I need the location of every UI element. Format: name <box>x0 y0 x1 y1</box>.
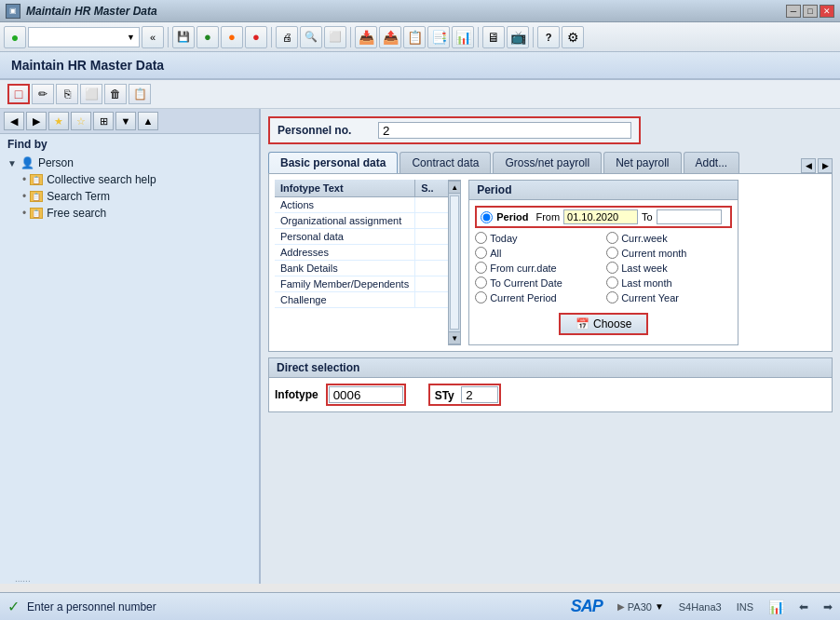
choose-button[interactable]: 📅 Choose <box>559 313 648 335</box>
tab-contract-data[interactable]: Contract data <box>400 152 491 173</box>
shortcut-btn1[interactable]: ● <box>196 26 219 48</box>
sty-input[interactable] <box>461 386 498 403</box>
from-curr-date-label: From curr.date <box>490 263 557 274</box>
sidebar-item-collective-search[interactable]: • 📋 Collective search help <box>0 171 259 188</box>
nav-hist-btn[interactable]: ⊞ <box>93 112 114 130</box>
infotype-input[interactable] <box>329 386 403 403</box>
bullet-icon-3: • <box>22 207 26 220</box>
print-icon[interactable]: 🖨 <box>276 26 298 48</box>
scroll-track[interactable] <box>450 195 459 330</box>
sty-ds-field: STy <box>428 384 501 406</box>
tab-scroll-right[interactable]: ▶ <box>818 158 833 173</box>
sidebar-item-search-term[interactable]: • 📋 Search Term <box>0 188 259 205</box>
scroll-up-btn[interactable]: ▲ <box>448 181 461 194</box>
green-circle-icon[interactable]: ● <box>4 26 26 48</box>
nav-back-icon[interactable]: « <box>142 26 164 48</box>
settings-icon[interactable]: ⚙ <box>562 26 584 48</box>
maximize-button[interactable]: □ <box>803 5 818 18</box>
current-year-radio[interactable] <box>606 291 618 303</box>
nav-btn4[interactable]: 📑 <box>427 26 450 48</box>
last-week-radio[interactable] <box>606 262 618 274</box>
from-date-input[interactable] <box>563 209 638 224</box>
nav-star-btn[interactable]: ☆ <box>71 112 91 130</box>
radio-current-month[interactable]: Current month <box>606 247 732 259</box>
s-cell <box>415 197 448 212</box>
close-button[interactable]: ✕ <box>820 5 834 18</box>
find-next-icon[interactable]: ⬜ <box>324 26 346 48</box>
monitor-icon[interactable]: 🖥 <box>482 26 505 48</box>
tab-addt[interactable]: Addt... <box>684 152 740 173</box>
table-row[interactable]: Family Member/Dependents <box>275 276 448 292</box>
radio-current-period[interactable]: Current Period <box>475 291 601 303</box>
overview-btn[interactable]: 📋 <box>129 84 151 104</box>
command-dropdown[interactable]: ▼ <box>28 27 140 47</box>
tab-scroll-left[interactable]: ◀ <box>801 158 816 173</box>
to-current-date-radio[interactable] <box>475 276 487 289</box>
today-radio[interactable] <box>475 232 487 244</box>
nav-up-btn[interactable]: ▲ <box>138 112 158 130</box>
nav-btn2[interactable]: 📤 <box>379 26 401 48</box>
scroll-down-btn[interactable]: ▼ <box>448 331 461 344</box>
dropdown-icon[interactable]: ▼ <box>655 601 664 612</box>
from-curr-date-radio[interactable] <box>475 262 487 274</box>
radio-curr-week[interactable]: Curr.week <box>606 232 732 244</box>
delete-btn[interactable]: 🗑 <box>104 84 127 104</box>
table-row[interactable]: Organizational assignment <box>275 213 448 229</box>
period-radio[interactable] <box>481 211 493 223</box>
table-scrollbar[interactable]: ▲ ▼ <box>448 180 461 345</box>
nav-btn3[interactable]: 📋 <box>403 26 426 48</box>
radio-current-year[interactable]: Current Year <box>606 291 732 303</box>
shortcut-btn3[interactable]: ● <box>245 26 267 48</box>
table-row[interactable]: Actions <box>275 197 448 213</box>
tree-person-item[interactable]: ▼ 👤 Person <box>0 155 259 171</box>
edit-btn[interactable]: ✏ <box>32 84 54 104</box>
radio-today[interactable]: Today <box>475 232 601 244</box>
play-icon: ▶ <box>617 601 625 612</box>
nav-btn1[interactable]: 📥 <box>355 26 377 48</box>
radio-last-month[interactable]: Last month <box>606 276 732 289</box>
radio-from-curr-date[interactable]: From curr.date <box>475 262 601 274</box>
table-row[interactable]: Challenge <box>275 292 448 308</box>
find-icon[interactable]: 🔍 <box>300 26 322 48</box>
radio-last-week[interactable]: Last week <box>606 262 732 274</box>
last-week-label: Last week <box>621 263 668 274</box>
tab-gross-net-payroll[interactable]: Gross/net payroll <box>493 152 602 173</box>
table-row[interactable]: Bank Details <box>275 261 448 276</box>
status-bar: ✓ Enter a personnel number SAP ▶ PA30 ▼ … <box>0 592 840 620</box>
last-month-label: Last month <box>621 277 671 289</box>
delimit-btn[interactable]: ⬜ <box>80 84 102 104</box>
radio-to-current-date[interactable]: To Current Date <box>475 276 601 289</box>
nav-right-btn[interactable]: ▶ <box>26 112 47 130</box>
personnel-no-input[interactable] <box>378 122 631 139</box>
tab-net-payroll[interactable]: Net payroll <box>603 152 681 173</box>
table-row[interactable]: Addresses <box>275 245 448 261</box>
shortcut-btn2[interactable]: ● <box>221 26 243 48</box>
current-month-radio[interactable] <box>606 247 618 259</box>
last-month-radio[interactable] <box>606 276 618 289</box>
current-period-radio[interactable] <box>475 291 487 303</box>
radio-all[interactable]: All <box>475 247 601 259</box>
question-icon[interactable]: ? <box>537 26 560 48</box>
nav-btn5[interactable]: 📊 <box>452 26 474 48</box>
monitor2-icon[interactable]: 📺 <box>507 26 529 48</box>
minimize-button[interactable]: ─ <box>786 5 801 18</box>
to-date-input[interactable] <box>657 209 722 224</box>
save-icon[interactable]: 💾 <box>172 26 195 48</box>
arrow-right-icon[interactable]: ➡ <box>823 600 833 613</box>
sap-logo: SAP <box>571 597 603 616</box>
nav-down-btn[interactable]: ▼ <box>115 112 136 130</box>
nav-left-btn[interactable]: ◀ <box>4 112 24 130</box>
table-row[interactable]: Personal data <box>275 229 448 245</box>
arrow-left-icon[interactable]: ⬅ <box>799 600 808 613</box>
sidebar-item-free-search[interactable]: • 📋 Free search <box>0 205 259 222</box>
all-radio[interactable] <box>475 247 487 259</box>
nav-fav-btn[interactable]: ★ <box>48 112 69 130</box>
personnel-no-label: Personnel no. <box>278 124 371 137</box>
curr-week-radio[interactable] <box>606 232 618 244</box>
copy-btn[interactable]: ⎘ <box>56 84 78 104</box>
to-current-date-label: To Current Date <box>490 277 562 289</box>
ins-label: INS <box>737 601 753 613</box>
current-month-label: Current month <box>621 248 686 259</box>
create-btn[interactable]: □ <box>7 84 30 104</box>
tab-basic-personal-data[interactable]: Basic personal data <box>268 152 398 173</box>
